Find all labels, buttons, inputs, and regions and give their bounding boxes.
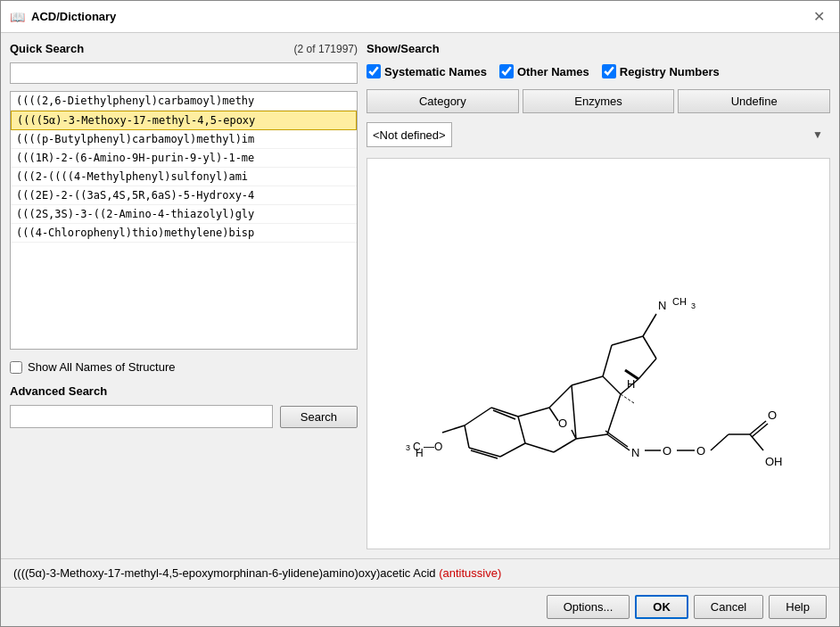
- other-names-checkbox[interactable]: [499, 64, 514, 78]
- h-label: H: [627, 377, 635, 391]
- other-names-checkbox-item: Other Names: [499, 64, 589, 78]
- status-annotation: (antitussive): [439, 566, 501, 580]
- window-title: ACD/Dictionary: [31, 10, 801, 23]
- svg-line-17: [603, 345, 612, 376]
- svg-line-25: [607, 434, 630, 450]
- oh-label: OH: [765, 455, 783, 468]
- svg-line-20: [638, 359, 656, 379]
- close-button[interactable]: ✕: [808, 6, 830, 27]
- cancel-button[interactable]: Cancel: [694, 595, 763, 619]
- svg-line-0: [465, 408, 491, 425]
- svg-line-5: [465, 425, 469, 448]
- n-exo-label: N: [631, 446, 639, 459]
- svg-line-10: [525, 443, 554, 452]
- svg-line-2: [518, 417, 525, 443]
- svg-line-29: [711, 434, 729, 450]
- registry-numbers-checkbox-item: Registry Numbers: [602, 64, 720, 78]
- list-item[interactable]: ((((5α)-3-Methoxy-17-methyl-4,5-epoxy: [11, 111, 357, 130]
- n-label: N: [658, 299, 666, 312]
- systematic-names-label: Systematic Names: [384, 65, 487, 78]
- svg-line-26: [605, 431, 628, 447]
- svg-line-9: [549, 385, 572, 408]
- list-item[interactable]: (((4-Chlorophenyl)thio)methylene)bisp: [11, 224, 357, 243]
- search-button[interactable]: Search: [280, 406, 358, 428]
- quick-search-count: (2 of 171997): [294, 43, 358, 55]
- show-all-label: Show All Names of Structure: [28, 360, 175, 374]
- svg-line-33: [750, 434, 763, 450]
- carbonyl-o-label: O: [768, 408, 777, 422]
- systematic-names-checkbox-item: Systematic Names: [366, 64, 487, 78]
- help-button[interactable]: Help: [769, 595, 827, 619]
- other-names-label: Other Names: [517, 65, 589, 78]
- options-button[interactable]: Options...: [547, 595, 630, 619]
- o-exo-label: O: [663, 444, 671, 458]
- h3co-o: —O: [424, 441, 442, 453]
- registry-numbers-label: Registry Numbers: [620, 65, 720, 78]
- list-item[interactable]: ((((p-Butylphenyl)carbamoyl)methyl)im: [11, 130, 357, 149]
- h3co-sub: 3: [406, 443, 410, 452]
- category-dropdown-wrapper: <Not defined> ▼: [366, 122, 830, 147]
- show-all-checkbox[interactable]: [10, 361, 22, 374]
- list-item[interactable]: (((2-((((4-Methylphenyl)sulfonyl)ami: [11, 168, 357, 186]
- quick-search-input[interactable]: [10, 62, 358, 84]
- structure-display: N CH 3 H O N O O: [366, 158, 830, 549]
- status-bar: ((((5α)-3-Methoxy-17-methyl-4,5-epoxymor…: [1, 558, 839, 587]
- structure-svg: N CH 3 H O N O O: [393, 229, 803, 479]
- quick-search-label: Quick Search: [10, 42, 84, 55]
- svg-line-15: [603, 376, 621, 394]
- svg-line-3: [500, 443, 525, 457]
- svg-line-13: [572, 376, 603, 385]
- category-tab[interactable]: Category: [366, 89, 519, 113]
- svg-line-16: [607, 394, 621, 434]
- list-item[interactable]: (((2E)-2-((3aS,4S,5R,6aS)-5-Hydroxy-4: [11, 186, 357, 205]
- o-bridge-label: O: [558, 417, 567, 430]
- svg-line-22: [643, 314, 656, 336]
- status-text: ((((5α)-3-Methoxy-17-methyl-4,5-epoxymor…: [13, 566, 436, 580]
- dropdown-arrow-icon: ▼: [812, 128, 823, 141]
- left-panel: Quick Search (2 of 171997) ((((2,6-Dieth…: [10, 42, 358, 549]
- h3co-c: C: [413, 441, 421, 453]
- advanced-search-row: Search: [10, 405, 358, 428]
- ok-button[interactable]: OK: [635, 595, 688, 619]
- o2-exo-label: O: [696, 444, 705, 458]
- right-panel: Show/Search Systematic Names Other Names…: [366, 42, 830, 549]
- advanced-search-label: Advanced Search: [10, 384, 358, 398]
- svg-line-34: [442, 425, 465, 433]
- list-item[interactable]: (((1R)-2-(6-Amino-9H-purin-9-yl)-1-me: [11, 149, 357, 168]
- svg-line-4: [469, 448, 500, 457]
- category-dropdown[interactable]: <Not defined>: [366, 122, 452, 147]
- quick-search-header: Quick Search (2 of 171997): [10, 42, 358, 55]
- app-icon: 📖: [10, 10, 24, 24]
- svg-line-8: [518, 408, 549, 417]
- footer-bar: Options... OK Cancel Help: [1, 587, 839, 626]
- list-item[interactable]: (((2S,3S)-3-((2-Amino-4-thiazolyl)gly: [11, 205, 357, 224]
- tabs-row: Category Enzymes Undefine: [366, 89, 830, 113]
- show-all-row: Show All Names of Structure: [10, 360, 358, 374]
- name-list[interactable]: ((((2,6-Diethylphenyl)carbamoyl)methy(((…: [10, 91, 358, 350]
- dropdown-row: <Not defined> ▼: [366, 122, 830, 147]
- svg-line-18: [612, 336, 643, 345]
- advanced-search-input[interactable]: [10, 405, 273, 428]
- svg-line-14: [576, 434, 607, 439]
- ch3-sub: 3: [691, 301, 696, 310]
- main-content: Quick Search (2 of 171997) ((((2,6-Dieth…: [1, 33, 839, 558]
- checkboxes-row: Systematic Names Other Names Registry Nu…: [366, 64, 830, 78]
- undefine-tab[interactable]: Undefine: [678, 89, 830, 113]
- registry-numbers-checkbox[interactable]: [602, 64, 616, 78]
- ch3-label: CH: [672, 296, 687, 307]
- main-window: 📖 ACD/Dictionary ✕ Quick Search (2 of 17…: [0, 0, 840, 627]
- svg-line-23: [549, 408, 558, 421]
- show-search-label: Show/Search: [366, 42, 830, 55]
- enzymes-tab[interactable]: Enzymes: [523, 89, 675, 113]
- svg-line-11: [554, 439, 576, 452]
- list-item[interactable]: ((((2,6-Diethylphenyl)carbamoyl)methy: [11, 92, 357, 111]
- svg-line-19: [643, 336, 656, 359]
- systematic-names-checkbox[interactable]: [366, 64, 381, 78]
- svg-line-35: [621, 394, 634, 403]
- titlebar: 📖 ACD/Dictionary ✕: [1, 1, 839, 33]
